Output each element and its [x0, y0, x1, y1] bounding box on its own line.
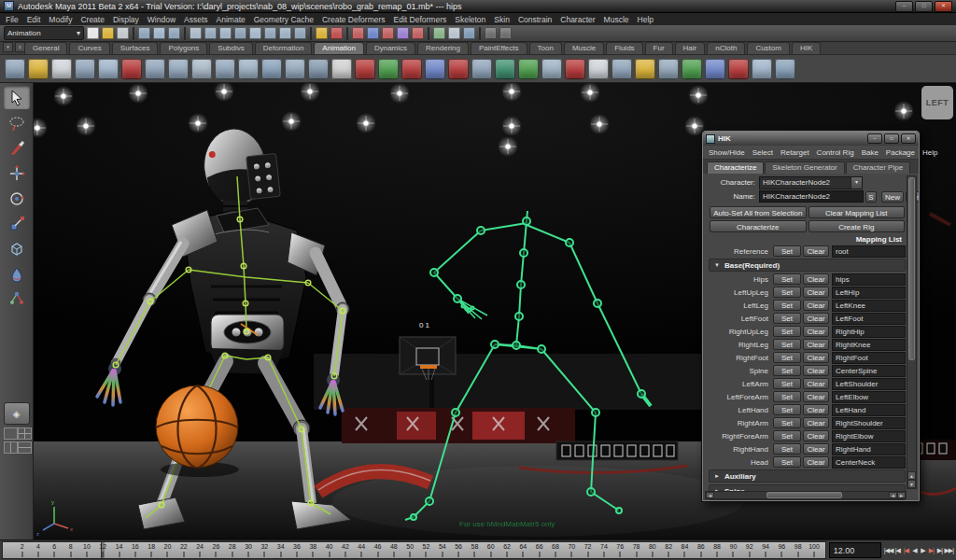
status-icon[interactable]: [499, 27, 512, 39]
hik-menu-item[interactable]: Control Rig: [817, 148, 854, 157]
mapping-value-field[interactable]: root: [832, 245, 906, 258]
menu-item[interactable]: Display: [113, 15, 139, 24]
maximize-button[interactable]: □: [915, 1, 933, 12]
shelf-tab-switcher[interactable]: ▾ ≡: [3, 42, 25, 52]
shelf-tab[interactable]: Fur: [645, 42, 673, 54]
shelf-tool-icon[interactable]: [355, 59, 375, 79]
menu-item[interactable]: Edit Deformers: [394, 15, 447, 24]
time-slider[interactable]: 2468101214161820222426283032343638404244…: [2, 541, 826, 559]
shelf-tab[interactable]: Polygons: [160, 42, 207, 54]
status-icon[interactable]: [397, 27, 409, 39]
menu-item[interactable]: Animate: [217, 15, 246, 24]
scrollbar-thumb[interactable]: [908, 177, 915, 360]
set-button[interactable]: Set: [773, 391, 801, 402]
shelf-tool-icon[interactable]: [401, 59, 422, 79]
clear-button[interactable]: Clear: [803, 443, 829, 455]
hik-menu-item[interactable]: Show/Hide: [709, 148, 745, 157]
status-icon[interactable]: [138, 27, 150, 39]
select-tool[interactable]: [4, 86, 30, 109]
shelf-tab[interactable]: PaintEffects: [471, 42, 527, 54]
hik-window[interactable]: HIK – □ ✕ Show/HideSelectRetargetControl…: [702, 131, 920, 501]
menu-item[interactable]: Constrain: [518, 15, 552, 24]
shelf-tool-icon[interactable]: [518, 59, 539, 79]
shelf-tab[interactable]: Fluids: [606, 42, 642, 54]
shelf-tab[interactable]: Deformation: [255, 42, 313, 54]
clear-button[interactable]: Clear: [803, 456, 829, 468]
status-icon[interactable]: [204, 27, 217, 39]
scroll-left-arrow-2[interactable]: ◄: [889, 492, 897, 498]
clear-button[interactable]: Clear: [803, 313, 829, 324]
shelf-tool-icon[interactable]: [51, 59, 72, 79]
clear-button[interactable]: Clear: [803, 339, 829, 350]
layout-single-pane-button[interactable]: [4, 427, 18, 440]
base-section-header[interactable]: ▼ Base(Required): [709, 259, 906, 272]
shelf-tab-menu-icon[interactable]: ▾: [3, 42, 13, 52]
layout-menu-button[interactable]: ◈: [4, 402, 30, 425]
shelf-options-icon[interactable]: ≡: [15, 42, 25, 52]
shelf-tool-icon[interactable]: [215, 59, 235, 79]
status-icon[interactable]: [279, 27, 291, 39]
clear-button[interactable]: Clear: [803, 391, 829, 402]
vertical-scrollbar[interactable]: ▲ ▼: [907, 175, 917, 489]
lasso-select-tool[interactable]: [4, 111, 30, 134]
menu-item[interactable]: Character: [560, 15, 595, 24]
mapping-value-field[interactable]: LeftShoulder: [832, 378, 906, 390]
shelf-tool-icon[interactable]: [658, 59, 679, 79]
collapsed-section-header[interactable]: ► Neck: [709, 499, 906, 500]
scroll-left-arrow[interactable]: ◄: [706, 492, 714, 498]
shelf-tool-icon[interactable]: [728, 59, 749, 79]
scroll-down-arrow[interactable]: ▼: [907, 480, 916, 488]
clear-button[interactable]: Clear: [803, 287, 829, 298]
shelf-tab[interactable]: Rendering: [417, 42, 469, 54]
shelf-tool-icon[interactable]: [612, 59, 632, 79]
status-icon[interactable]: [345, 27, 349, 40]
menu-item[interactable]: Edit: [27, 15, 41, 24]
new-character-button[interactable]: New: [881, 191, 904, 203]
clear-button[interactable]: Clear: [803, 378, 829, 389]
status-icon[interactable]: [219, 27, 232, 39]
set-button[interactable]: Set: [773, 430, 801, 441]
menu-item[interactable]: Skin: [494, 15, 510, 24]
status-icon[interactable]: [309, 27, 313, 40]
shelf-tool-icon[interactable]: [752, 59, 772, 79]
set-button[interactable]: Set: [773, 287, 801, 298]
playback-button[interactable]: ▶: [919, 547, 926, 554]
status-icon[interactable]: [427, 27, 430, 40]
clear-button[interactable]: Clear: [803, 404, 829, 415]
set-button[interactable]: Set: [773, 404, 801, 415]
shelf-tab[interactable]: Surfaces: [112, 42, 159, 54]
status-icon[interactable]: [234, 27, 246, 39]
mapping-value-field[interactable]: RightHip: [832, 326, 906, 338]
hik-maximize-button[interactable]: □: [884, 133, 899, 144]
shelf-tool-icon[interactable]: [28, 59, 49, 79]
menu-item[interactable]: Window: [148, 15, 176, 24]
set-button[interactable]: Set: [773, 339, 801, 350]
hik-minimize-button[interactable]: –: [867, 133, 882, 144]
minimize-button[interactable]: –: [895, 1, 913, 12]
shelf-tool-icon[interactable]: [682, 59, 702, 79]
shelf-tool-icon[interactable]: [308, 59, 329, 79]
soft-modification-tool[interactable]: [4, 262, 30, 286]
shelf-tool-icon[interactable]: [775, 59, 795, 79]
mapping-value-field[interactable]: RightHand: [832, 443, 906, 455]
menu-set-selector[interactable]: Animation ▾: [4, 26, 84, 40]
playback-button[interactable]: ▶|: [935, 547, 943, 554]
shelf-tool-icon[interactable]: [425, 59, 445, 79]
clear-button[interactable]: Clear: [803, 430, 829, 441]
shelf-tool-icon[interactable]: [495, 59, 515, 79]
mapping-value-field[interactable]: CenterSpine: [832, 365, 906, 377]
status-icon[interactable]: [117, 27, 129, 39]
menu-item[interactable]: Muscle: [604, 15, 629, 24]
shelf-tool-icon[interactable]: [5, 59, 25, 79]
hik-action-button[interactable]: Characterize: [710, 220, 807, 232]
status-icon[interactable]: [485, 27, 497, 39]
shelf-tool-icon[interactable]: [378, 59, 399, 79]
show-manipulator-tool[interactable]: [4, 287, 30, 311]
playback-button[interactable]: ◀: [910, 547, 918, 554]
set-button[interactable]: Set: [773, 326, 801, 337]
status-icon[interactable]: [478, 27, 482, 40]
status-icon[interactable]: [264, 27, 276, 39]
clear-button[interactable]: Clear: [803, 326, 829, 337]
playback-button[interactable]: |◀◀: [884, 547, 893, 554]
mapping-value-field[interactable]: LeftHip: [832, 287, 906, 299]
